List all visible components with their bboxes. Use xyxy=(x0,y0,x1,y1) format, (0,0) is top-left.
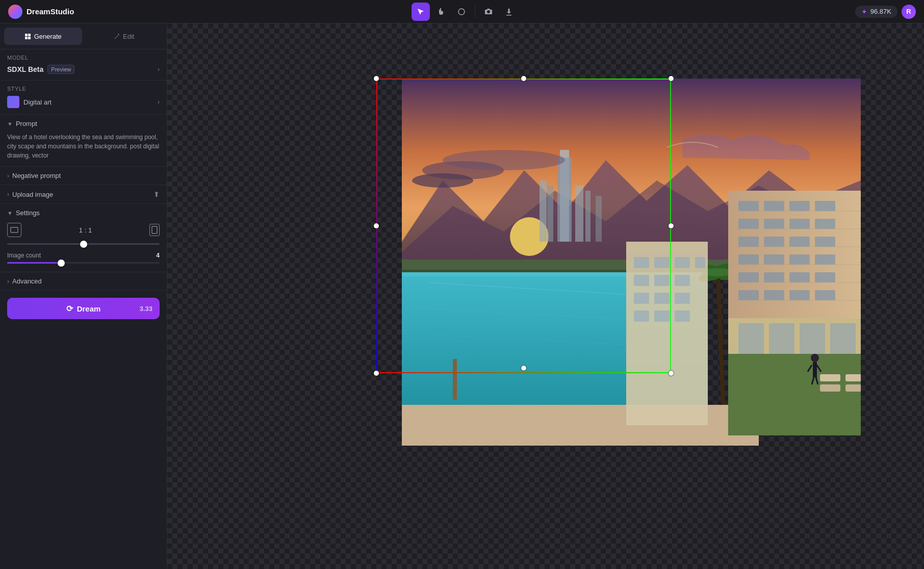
svg-rect-99 xyxy=(675,293,690,304)
advanced-section[interactable]: › Advanced xyxy=(0,272,167,291)
handle-mid-left[interactable] xyxy=(374,223,379,228)
select-tool-button[interactable] xyxy=(412,3,430,21)
upload-image-section[interactable]: › Upload image ⬆ xyxy=(0,185,167,204)
aspect-slider-track[interactable] xyxy=(7,243,160,245)
svg-rect-1 xyxy=(25,34,28,36)
svg-rect-46 xyxy=(738,219,759,229)
svg-rect-57 xyxy=(815,254,835,265)
svg-rect-79 xyxy=(845,374,861,381)
svg-rect-102 xyxy=(675,311,690,322)
svg-rect-55 xyxy=(764,254,784,265)
aspect-ratio-label: 1 : 1 xyxy=(79,226,92,234)
download-tool-button[interactable] xyxy=(500,3,518,21)
aspect-ratio-row: 1 : 1 xyxy=(7,223,160,237)
erase-tool-button[interactable] xyxy=(452,3,471,21)
settings-toggle-icon: ▼ xyxy=(7,210,13,216)
image-count-slider: Image count 4 xyxy=(7,252,160,264)
style-row[interactable]: Digital art › xyxy=(7,95,160,109)
style-section: Style Digital art › xyxy=(0,81,167,115)
dream-button[interactable]: ⟳ Dream 3.33 xyxy=(7,298,160,319)
svg-rect-74 xyxy=(769,323,794,354)
avatar[interactable]: R xyxy=(902,5,916,19)
camera-tool-button[interactable] xyxy=(479,3,498,21)
aspect-ratio-landscape-icon xyxy=(7,223,21,237)
tab-edit-label: Edit xyxy=(123,33,134,40)
negative-prompt-label: Negative prompt xyxy=(12,172,61,179)
svg-rect-4 xyxy=(28,37,31,39)
svg-rect-92 xyxy=(675,257,690,268)
model-row[interactable]: SDXL Beta Preview › xyxy=(7,64,160,75)
preview-badge: Preview xyxy=(47,65,74,74)
svg-rect-49 xyxy=(815,219,835,229)
handle-bottom-left[interactable] xyxy=(374,371,379,376)
upload-image-label: Upload image xyxy=(12,191,53,198)
main-layout: Generate Edit Model SDXL Beta Preview › xyxy=(0,23,924,569)
svg-rect-93 xyxy=(695,257,705,268)
settings-label: Settings xyxy=(16,209,40,217)
logo-icon xyxy=(8,5,22,19)
topbar: DreamStudio xyxy=(0,0,924,23)
image-count-label: Image count xyxy=(7,252,41,259)
svg-rect-65 xyxy=(815,290,835,300)
upload-image-right: ⬆ xyxy=(153,190,160,198)
svg-rect-75 xyxy=(800,323,825,354)
svg-rect-62 xyxy=(738,290,759,300)
advanced-chevron-icon: › xyxy=(7,278,9,285)
hand-tool-button[interactable] xyxy=(432,3,450,21)
svg-rect-54 xyxy=(738,254,759,265)
settings-header[interactable]: ▼ Settings xyxy=(7,209,160,217)
prompt-label: Prompt xyxy=(16,120,37,127)
tab-edit[interactable]: Edit xyxy=(85,28,163,45)
tool-group xyxy=(412,3,518,21)
model-section-label: Model xyxy=(7,55,160,61)
negative-prompt-section[interactable]: › Negative prompt xyxy=(0,167,167,185)
handle-bottom-right[interactable] xyxy=(669,371,674,376)
app-name: DreamStudio xyxy=(27,7,74,16)
tab-generate[interactable]: Generate xyxy=(4,28,82,45)
svg-rect-5 xyxy=(11,227,18,232)
handle-top-center[interactable] xyxy=(521,76,526,81)
handle-bottom-center[interactable] xyxy=(521,366,526,371)
prompt-header[interactable]: ▼ Prompt xyxy=(7,120,160,127)
svg-rect-73 xyxy=(738,323,764,354)
svg-rect-64 xyxy=(789,290,810,300)
svg-rect-43 xyxy=(764,201,784,211)
model-section: Model SDXL Beta Preview › xyxy=(0,49,167,81)
svg-rect-63 xyxy=(764,290,784,300)
prompt-text[interactable]: View of a hotel overlooking the sea and … xyxy=(7,132,160,161)
image-count-thumb[interactable] xyxy=(58,260,65,267)
svg-rect-45 xyxy=(815,201,835,211)
svg-rect-56 xyxy=(789,254,810,265)
credits-icon: ✦ xyxy=(861,8,867,16)
model-chevron-icon: › xyxy=(158,66,160,73)
svg-rect-52 xyxy=(789,237,810,247)
svg-point-0 xyxy=(458,9,465,15)
svg-rect-80 xyxy=(820,384,840,392)
tab-row: Generate Edit xyxy=(0,23,167,49)
model-name: SDXL Beta xyxy=(7,65,43,73)
handle-top-right[interactable] xyxy=(669,76,674,81)
svg-rect-83 xyxy=(813,362,817,377)
svg-rect-53 xyxy=(815,237,835,247)
settings-section: ▼ Settings 1 : 1 xyxy=(0,204,167,272)
svg-rect-3 xyxy=(25,37,28,39)
svg-rect-78 xyxy=(820,374,840,381)
advanced-label: Advanced xyxy=(12,277,42,285)
upload-icon: ⬆ xyxy=(153,190,160,198)
svg-line-31 xyxy=(718,272,723,405)
model-row-inner: SDXL Beta Preview xyxy=(7,65,74,74)
image-count-fill xyxy=(7,262,58,264)
upload-image-left: › Upload image xyxy=(7,191,53,198)
credits-value: 96.87K xyxy=(870,8,891,15)
canvas-area[interactable] xyxy=(167,23,924,569)
handle-top-left[interactable] xyxy=(374,76,379,81)
dream-icon: ⟳ xyxy=(66,304,73,314)
svg-rect-6 xyxy=(152,226,157,234)
image-count-track[interactable] xyxy=(7,262,160,264)
svg-rect-96 xyxy=(675,275,690,286)
aspect-slider-thumb[interactable] xyxy=(80,241,87,248)
handle-mid-right[interactable] xyxy=(669,223,674,228)
style-chevron-icon: › xyxy=(158,98,160,106)
topbar-right: ✦ 96.87K R xyxy=(855,5,916,19)
image-count-value: 4 xyxy=(156,252,160,259)
